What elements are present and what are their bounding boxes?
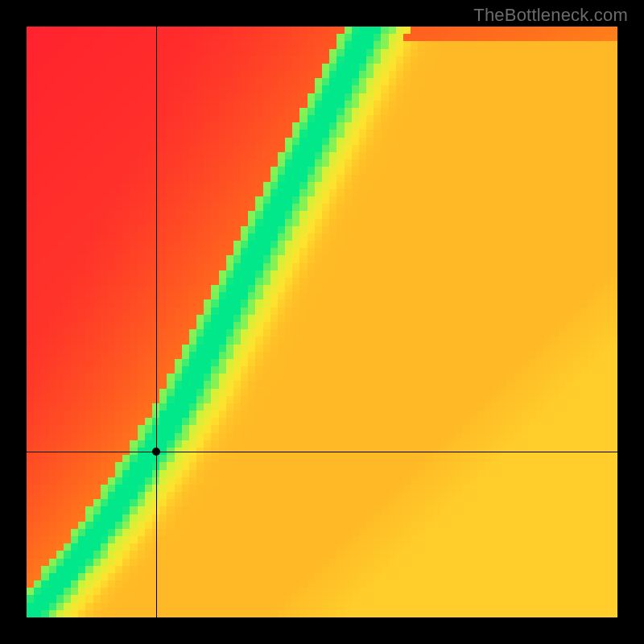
chart-root: TheBottleneck.com xyxy=(0,0,644,644)
crosshair-vertical xyxy=(156,27,157,617)
watermark-text: TheBottleneck.com xyxy=(473,5,628,26)
heatmap-plot xyxy=(27,27,617,617)
heatmap-grid xyxy=(27,27,617,617)
crosshair-horizontal xyxy=(27,452,617,452)
